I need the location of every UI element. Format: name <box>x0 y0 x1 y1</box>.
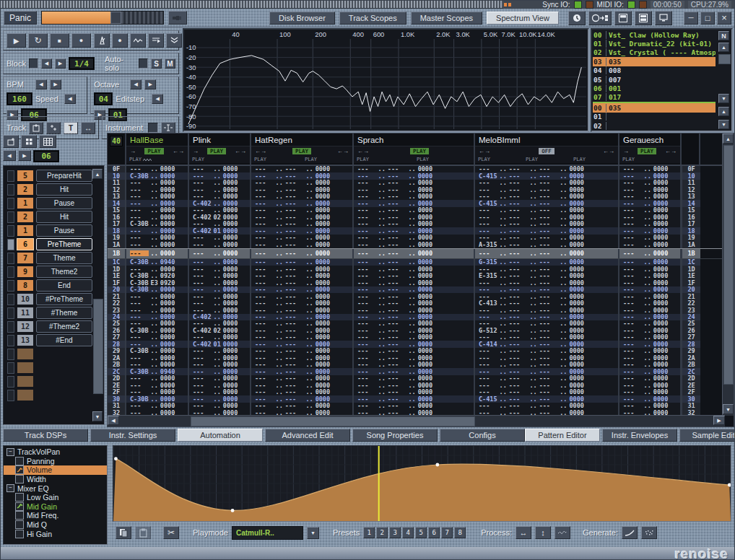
pattern-cell[interactable]: ---..---..---..0000 <box>475 382 619 388</box>
pattern-cell[interactable]: ---..0000 <box>619 180 682 186</box>
pattern-cell[interactable]: C-402010000 <box>189 341 251 347</box>
pattern-cell[interactable]: G-315..---..---..0000 <box>475 259 619 266</box>
octave-up-button[interactable]: ▶ <box>144 79 156 89</box>
tab-instr-envelopes[interactable]: Instr. Envelopes <box>602 429 677 442</box>
pattern-cell[interactable]: C-30B..0000 <box>126 221 189 227</box>
pattern-cell[interactable]: E-315..---..---..0000 <box>475 273 619 279</box>
pattern-cell[interactable]: ---..0000 <box>189 193 251 200</box>
instrument-item[interactable]: 06001 <box>593 84 716 92</box>
pattern-cell[interactable]: C-402..0000 <box>189 200 251 206</box>
pattern-cell[interactable]: ---..---..0000 <box>251 375 354 382</box>
pattern-cell[interactable]: ---..---..0000 <box>354 180 475 186</box>
sequence-item[interactable]: 2Hit <box>5 183 103 196</box>
pattern-follow-button[interactable] <box>148 33 164 48</box>
sequence-pattern-number[interactable]: 11 <box>17 307 34 319</box>
automation-checkbox[interactable] <box>15 511 24 520</box>
sequence-pattern-name-button[interactable]: Hit <box>36 183 92 196</box>
view-tab-spectrum-view[interactable]: Spectrum View <box>487 12 559 25</box>
pattern-cell[interactable]: ---..---..0000 <box>251 221 354 227</box>
track-move-left-icon[interactable]: ←→ <box>357 148 369 154</box>
pattern-cell[interactable]: ---..---..0000 <box>354 320 475 327</box>
pattern-cell[interactable]: C-402..0000 <box>189 314 251 320</box>
sequence-pattern-name-button[interactable]: #End <box>36 334 92 346</box>
pattern-rows[interactable]: 0F---..0000---..0000---..---..0000---..-… <box>108 166 725 416</box>
sequence-empty-slot[interactable] <box>5 388 103 402</box>
pattern-cell[interactable]: ---..0000 <box>189 186 251 193</box>
pattern-cell[interactable]: ---..0000 <box>619 207 682 214</box>
pattern-row-24[interactable]: 24---..0000C-402..0000---..---..0000---.… <box>108 314 725 320</box>
pattern-cell[interactable]: ---..---..0000 <box>354 403 475 409</box>
pattern-cell[interactable]: ---..0000 <box>126 314 189 320</box>
pattern-number[interactable]: 40 <box>109 135 123 147</box>
pattern-scroll-up-button[interactable]: ▲ <box>723 134 734 144</box>
pattern-cell[interactable]: ---..0000 <box>619 382 682 388</box>
preset-button-3[interactable]: 3 <box>389 527 401 538</box>
pattern-row-1F[interactable]: 1FC-30BE30920---..0000---..---..0000---.… <box>108 279 725 286</box>
pattern-cell[interactable]: ---..---..0000 <box>251 259 354 266</box>
pattern-cell[interactable]: ---..0000 <box>189 320 251 327</box>
note-column-header[interactable]: PLAY <box>570 156 618 163</box>
copy-button[interactable] <box>116 526 131 539</box>
pattern-cell[interactable]: ---..0000 <box>189 334 251 341</box>
pattern-cell[interactable]: C-30BE30920 <box>126 279 189 286</box>
pattern-cell[interactable]: ---..---..0000 <box>354 286 475 293</box>
pattern-cell[interactable]: ---..0000 <box>619 362 682 368</box>
pattern-cell[interactable]: ---..0000 <box>189 266 251 272</box>
pattern-cell[interactable]: ---..---..---..0000 <box>475 389 619 395</box>
pattern-row-16[interactable]: 16---..0000C-402020000---..---..0000---.… <box>108 214 725 220</box>
pattern-cell[interactable]: ---..---..0000 <box>354 273 475 279</box>
pattern-cell[interactable]: ---..0000 <box>619 314 682 320</box>
pattern-cell[interactable]: ---..0000 <box>189 259 251 266</box>
track-collapse-button[interactable]: T <box>64 122 78 134</box>
automation-checkbox[interactable] <box>15 465 24 474</box>
playmode-dropdown-arrow[interactable]: ▼ <box>307 527 319 539</box>
sequence-slot-checkbox[interactable] <box>7 294 14 305</box>
pattern-cell[interactable]: ---..---..0000 <box>251 249 354 258</box>
note-column-header[interactable]: PLAY <box>619 156 680 163</box>
maximize-button[interactable]: □ <box>700 12 715 25</box>
pattern-row-25[interactable]: 25---..0000---..0000---..---..0000---..-… <box>108 320 725 327</box>
sequence-pattern-number[interactable]: 5 <box>17 170 34 182</box>
pattern-cell[interactable]: ---..0000 <box>126 200 189 206</box>
pattern-row-1C[interactable]: 1CC-30B..0940---..0000---..---..0000---.… <box>108 259 725 266</box>
pattern-cell[interactable]: ---..0000 <box>619 327 682 333</box>
pattern-cell[interactable]: ---..0000 <box>126 375 189 382</box>
playmode-dropdown[interactable]: Catmull-R.. <box>232 526 303 540</box>
pattern-cell[interactable]: ---..0000 <box>619 348 682 354</box>
pattern-cell[interactable]: ---..---..---..0000 <box>475 207 619 214</box>
instrument-item[interactable]: 05007 <box>593 75 716 84</box>
track-mute-toggle[interactable]: PLAY <box>144 148 163 154</box>
paste-button[interactable] <box>135 526 151 539</box>
pattern-row-26[interactable]: 26C-30B..0000C-402020000---..---..0000--… <box>108 327 725 333</box>
pattern-cell[interactable]: ---..---..0000 <box>251 307 354 313</box>
sequence-pattern-name-button[interactable]: Theme <box>36 252 92 264</box>
pattern-cell[interactable]: ---..0000 <box>619 227 682 234</box>
sequence-pattern-number[interactable]: 1 <box>17 197 34 209</box>
pattern-cell[interactable]: ---..---..---..0000 <box>475 193 619 200</box>
pattern-cell[interactable]: C-30B..0940 <box>126 259 189 266</box>
pattern-cell[interactable]: ---..0000 <box>189 180 251 186</box>
pattern-cell[interactable]: ---..---..0000 <box>251 235 354 241</box>
pattern-cell[interactable]: ---..0000 <box>189 273 251 279</box>
pattern-cell[interactable]: C-415..---..---..0000 <box>475 395 619 402</box>
pattern-row-28[interactable]: 28---..0000C-402010000---..---..0000---.… <box>108 341 725 347</box>
sequence-item-current[interactable]: 6PreTheme <box>5 237 103 251</box>
note-column-header[interactable]: PLAY <box>354 156 414 163</box>
bpm-down-button[interactable]: ◀ <box>35 79 47 89</box>
sequence-pattern-number[interactable]: 7 <box>17 252 34 264</box>
pattern-row-2B[interactable]: 2B---..0000---..0000---..---..0000---..-… <box>108 362 725 368</box>
sequence-slot-checkbox[interactable] <box>7 376 14 388</box>
pattern-cell[interactable]: C-30B..0000 <box>126 395 189 402</box>
block-next-button[interactable]: ▶ <box>55 58 66 69</box>
tab-track-dsps[interactable]: Track DSPs <box>3 429 88 442</box>
pattern-row-1A[interactable]: 1A---..0000---..0000---..---..0000---..-… <box>108 241 725 248</box>
pattern-row-22[interactable]: 22---..0000---..0000---..---..0000---..-… <box>108 300 725 307</box>
pattern-cell[interactable]: ---..---..0000 <box>251 314 354 320</box>
edit-mode-button[interactable]: ● <box>112 33 128 48</box>
master-volume-handle[interactable] <box>110 12 121 24</box>
pattern-cell[interactable]: ---..---..0000 <box>354 395 475 402</box>
tree-item-trackvolpan[interactable]: −TrackVolPan <box>4 447 107 457</box>
tree-item-mid-q[interactable]: Mid Q <box>4 520 107 530</box>
pattern-cell[interactable]: ---..---..0000 <box>251 334 354 341</box>
editstep-down-button[interactable]: ◀ <box>152 94 163 104</box>
